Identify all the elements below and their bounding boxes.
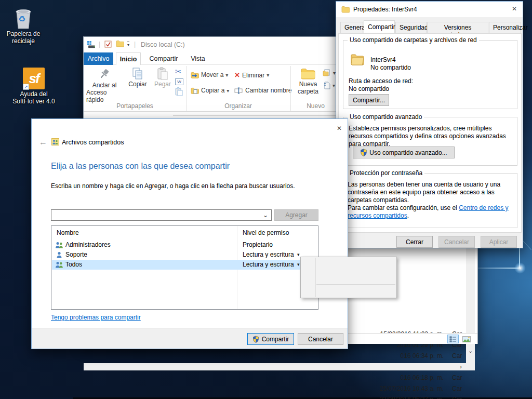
share-status: No compartido bbox=[370, 64, 411, 71]
file-row-date[interactable]: 016 06:18 p. m. bbox=[350, 374, 444, 381]
new-folder-button[interactable]: Nueva carpeta bbox=[295, 67, 322, 95]
advanced-sharing-text: Establezca permisos personalizados, cree… bbox=[349, 125, 516, 148]
tab-compartir[interactable]: Compartir bbox=[147, 52, 180, 65]
user-search-combobox[interactable]: ⌄ bbox=[51, 209, 272, 221]
scroll-right-icon[interactable]: › bbox=[460, 363, 462, 370]
add-button[interactable]: Agregar bbox=[274, 209, 318, 221]
sharing-footer: Compartir Cancelar bbox=[32, 328, 348, 349]
group-label-new: Nuevo bbox=[290, 102, 341, 110]
share-button[interactable]: Compartir... bbox=[349, 94, 389, 106]
copy-path-icon: W bbox=[177, 79, 181, 84]
password-protection-group: Protección por contraseña Las personas d… bbox=[343, 173, 517, 228]
uac-shield-icon bbox=[252, 336, 259, 343]
sharing-cancel-button[interactable]: Cancelar bbox=[298, 333, 343, 345]
desktop-icon-recycle-bin[interactable]: ♻ Papelera de reciclaje bbox=[0, 5, 52, 45]
group-label-organize: Organizar bbox=[186, 102, 290, 110]
file-row-date[interactable]: 25/07/2016 10:43 a. m. bbox=[350, 385, 444, 392]
password-protection-text: Las personas deben tener una cuenta de u… bbox=[348, 181, 516, 204]
explorer-system-icon[interactable] bbox=[87, 41, 97, 48]
group-users-icon bbox=[55, 261, 63, 268]
copy-icon bbox=[131, 67, 144, 81]
desktop-icon-softflot-help[interactable]: sf ↗ Ayuda del SoftFlot ver 4.0 bbox=[5, 68, 62, 105]
permission-dropdown-icon[interactable]: ▾ bbox=[297, 262, 300, 267]
sharing-instruction: Escriba un nombre y haga clic en Agregar… bbox=[51, 182, 295, 190]
password-protection-group-title: Protección por contraseña bbox=[348, 169, 424, 177]
properties-close-button[interactable]: ✕ bbox=[506, 2, 523, 16]
qat-new-folder-icon[interactable] bbox=[116, 40, 124, 47]
tab-vista[interactable]: Vista bbox=[187, 52, 209, 65]
share-confirm-button[interactable]: Compartir bbox=[247, 333, 294, 345]
list-item-soporte[interactable]: Soporte Lectura y escritura ▾ bbox=[52, 250, 317, 260]
column-header-permission[interactable]: Nivel de permiso bbox=[243, 229, 289, 236]
tab-seguridad[interactable]: Seguridad bbox=[395, 22, 427, 33]
delete-dropdown-icon: ▾ bbox=[267, 72, 269, 78]
scroll-down-icon[interactable]: ⌄ bbox=[468, 348, 473, 354]
copy-button[interactable]: Copiar bbox=[125, 67, 150, 88]
permission-dropdown-icon[interactable]: ▾ bbox=[297, 252, 300, 257]
properties-folder-icon bbox=[341, 6, 350, 13]
cancel-button[interactable]: Cancelar bbox=[438, 236, 475, 248]
tab-compartir[interactable]: Compartir bbox=[364, 20, 395, 33]
rename-button[interactable]: Cambiar nombre bbox=[234, 87, 291, 94]
file-row-type: Car bbox=[452, 352, 462, 360]
advanced-sharing-button[interactable]: Uso compartido avanzado... bbox=[353, 147, 455, 158]
tab-archivo[interactable]: Archivo bbox=[84, 52, 113, 65]
delete-button[interactable]: ✕ Eliminar▾ bbox=[234, 71, 269, 79]
new-item-icon bbox=[324, 82, 330, 89]
cut-button[interactable]: ✂ bbox=[175, 67, 182, 76]
uac-shield-icon bbox=[360, 149, 367, 156]
recycle-bin-label-1: Papelera de bbox=[7, 30, 41, 37]
tab-personalizar[interactable]: Personalizar bbox=[489, 22, 521, 33]
move-to-button[interactable]: Mover a▾ bbox=[191, 71, 228, 78]
file-row-date[interactable]: 23/08/2016 05:37 p. m. bbox=[350, 396, 444, 399]
file-row-type: Car bbox=[452, 396, 462, 399]
column-header-name[interactable]: Nombre bbox=[57, 229, 79, 236]
close-button[interactable]: Cerrar bbox=[396, 236, 433, 248]
properties-titlebar: Propiedades: InterSvr4 ✕ bbox=[336, 2, 523, 17]
qat-separator-2: | bbox=[134, 41, 136, 48]
group-users-icon bbox=[55, 242, 63, 248]
permissions-list: Nombre Nivel de permiso Administradores … bbox=[51, 225, 318, 310]
menu-separator bbox=[316, 284, 395, 285]
network-path-value: No compartido bbox=[349, 85, 389, 92]
list-item-administradores[interactable]: Administradores Propietario bbox=[52, 240, 317, 250]
qat-customize-dropdown-icon[interactable]: ▾ bbox=[127, 42, 129, 47]
copy-to-button[interactable]: Copiar a▾ bbox=[191, 87, 229, 94]
paste-button[interactable]: Pegar bbox=[151, 67, 174, 88]
properties-tab-strip: General Compartir Seguridad Versiones an… bbox=[336, 20, 524, 34]
qat-properties-icon[interactable] bbox=[104, 41, 112, 48]
file-row-type: Car bbox=[452, 385, 462, 392]
tab-versiones-anteriores[interactable]: Versiones anteriores bbox=[427, 22, 488, 33]
pin-icon bbox=[98, 67, 111, 82]
file-row-date[interactable]: 016 06:34 p. m. bbox=[350, 352, 444, 360]
list-item-todos[interactable]: Todos Lectura y escritura ▾ bbox=[52, 260, 317, 270]
horizontal-scrollbar[interactable]: › bbox=[84, 363, 475, 370]
properties-dialog: Propiedades: InterSvr4 ✕ General Compart… bbox=[336, 1, 523, 248]
pin-quick-access-button[interactable]: Anclar al Acceso rápido bbox=[86, 67, 123, 103]
scissors-icon: ✂ bbox=[175, 67, 182, 76]
thumbnails-view-icon bbox=[462, 336, 471, 342]
apply-button[interactable]: Aplicar bbox=[481, 236, 517, 248]
details-view-button[interactable] bbox=[447, 335, 459, 343]
tab-inicio[interactable]: Inicio bbox=[116, 52, 141, 65]
new-item-button[interactable]: ▾ bbox=[324, 82, 335, 89]
thumbnails-view-button[interactable] bbox=[461, 335, 472, 343]
sharing-header-icon bbox=[51, 138, 59, 145]
new-folder-icon bbox=[300, 67, 316, 81]
network-sharing-group-title: Uso compartido de carpetas y archivos de… bbox=[348, 36, 479, 44]
paste-shortcut-button[interactable] bbox=[175, 87, 183, 96]
softflot-label-1: Ayuda del bbox=[20, 90, 47, 98]
combo-dropdown-icon[interactable]: ⌄ bbox=[263, 211, 268, 219]
network-sharing-group: Uso compartido de carpetas y archivos de… bbox=[343, 40, 517, 109]
sharing-trouble-link[interactable]: Tengo problemas para compartir bbox=[51, 314, 141, 321]
copy-path-button[interactable]: W bbox=[175, 78, 183, 85]
softflot-label-2: SoftFlot ver 4.0 bbox=[12, 98, 55, 105]
back-button[interactable]: ← bbox=[39, 138, 47, 147]
explorer-window-title: Disco local (C:) bbox=[141, 41, 185, 48]
sharing-close-button[interactable]: ✕ bbox=[331, 121, 348, 136]
easy-access-button[interactable]: ▾ bbox=[323, 69, 336, 77]
copy-to-icon bbox=[191, 87, 199, 94]
tab-general[interactable]: General bbox=[340, 22, 363, 33]
shortcut-arrow-icon: ↗ bbox=[23, 84, 29, 90]
easy-access-icon bbox=[323, 69, 331, 77]
